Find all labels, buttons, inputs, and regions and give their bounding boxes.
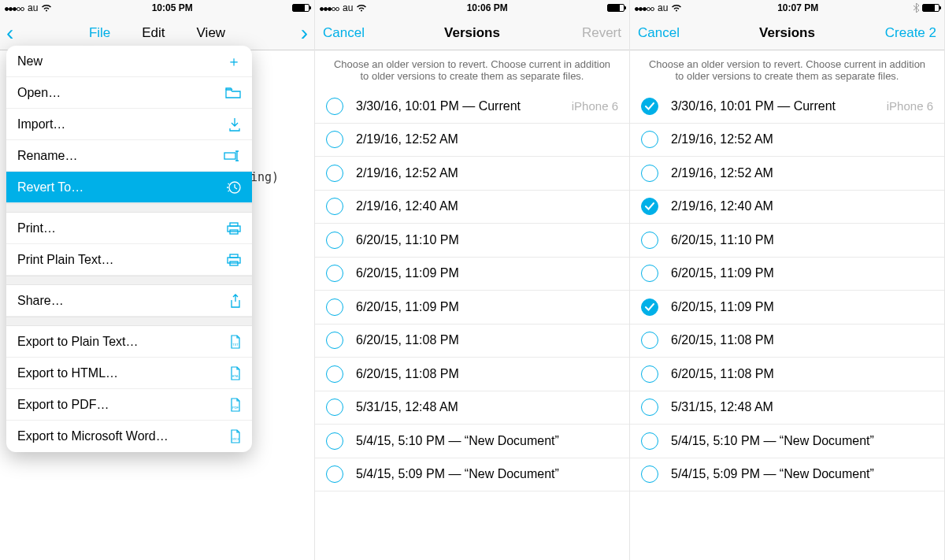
menu-item-share[interactable]: Share… xyxy=(6,285,252,317)
nav-bar: Cancel Versions Create 2 xyxy=(630,16,944,50)
tab-view[interactable]: View xyxy=(197,25,226,41)
version-label: 6/20/15, 11:08 PM xyxy=(671,367,933,381)
svg-rect-0 xyxy=(224,153,235,159)
version-row[interactable]: 3/30/16, 10:01 PM — CurrentiPhone 6 xyxy=(630,90,944,124)
menu-label: Print… xyxy=(17,221,56,235)
nav-bar: Cancel Versions Revert xyxy=(315,16,629,50)
version-row[interactable]: 3/30/16, 10:01 PM — CurrentiPhone 6 xyxy=(315,90,629,124)
instruction-text: Choose an older version to revert. Choos… xyxy=(315,50,629,90)
document-docx-icon: DOCX xyxy=(230,429,241,443)
menu-label: Revert To… xyxy=(17,180,83,195)
battery-icon xyxy=(607,4,624,12)
version-row[interactable]: 2/19/16, 12:40 AM xyxy=(315,191,629,224)
menu-item-export-html[interactable]: Export to HTML… HTML xyxy=(6,358,252,389)
radio-empty-icon xyxy=(326,365,343,383)
radio-empty-icon xyxy=(326,465,343,483)
version-row[interactable]: 6/20/15, 11:08 PM xyxy=(315,358,629,391)
screenshot-versions-selected: au 10:07 PM Cancel Versions Create 2 Cho… xyxy=(630,0,945,560)
carrier-label: au xyxy=(28,2,38,13)
version-row[interactable]: 6/20/15, 11:08 PM xyxy=(630,358,944,391)
device-label: iPhone 6 xyxy=(572,99,618,113)
version-row[interactable]: 2/19/16, 12:40 AM xyxy=(630,191,944,224)
version-row[interactable]: 5/31/15, 12:48 AM xyxy=(315,391,629,425)
version-row[interactable]: 5/4/15, 5:09 PM — “New Document” xyxy=(630,458,944,492)
radio-empty-icon xyxy=(326,299,343,316)
rename-icon xyxy=(224,150,241,161)
cancel-button[interactable]: Cancel xyxy=(323,25,386,41)
radio-checked-icon xyxy=(641,299,658,316)
svg-text:PDF: PDF xyxy=(232,406,239,410)
version-label: 3/30/16, 10:01 PM — Current xyxy=(356,99,572,113)
menu-separator xyxy=(6,276,252,285)
version-row[interactable]: 5/31/15, 12:48 AM xyxy=(630,391,944,425)
plus-icon: ＋ xyxy=(227,52,241,71)
radio-empty-icon xyxy=(641,165,658,182)
menu-separator xyxy=(6,203,252,213)
menu-item-export-pdf[interactable]: Export to PDF… PDF xyxy=(6,389,252,421)
version-row[interactable]: 6/20/15, 11:09 PM xyxy=(630,291,944,325)
version-row[interactable]: 6/20/15, 11:10 PM xyxy=(630,224,944,258)
version-label: 6/20/15, 11:09 PM xyxy=(671,300,933,314)
menu-label: Export to HTML… xyxy=(17,366,118,380)
version-row[interactable]: 2/19/16, 12:52 AM xyxy=(315,124,629,158)
version-row[interactable]: 6/20/15, 11:09 PM xyxy=(315,291,629,325)
clock: 10:05 PM xyxy=(152,2,193,13)
version-row[interactable]: 2/19/16, 12:52 AM xyxy=(630,124,944,158)
version-row[interactable]: 6/20/15, 11:09 PM xyxy=(315,258,629,291)
tab-file[interactable]: File xyxy=(89,25,110,41)
back-chevron-icon[interactable]: ‹ xyxy=(6,22,13,44)
menu-item-print-plain[interactable]: Print Plain Text… xyxy=(6,244,252,276)
editor-background-text: ing) xyxy=(250,170,279,184)
menu-item-rename[interactable]: Rename… xyxy=(6,140,252,172)
version-label: 2/19/16, 12:52 AM xyxy=(356,166,618,180)
battery-icon xyxy=(292,4,309,12)
svg-text:DOCX: DOCX xyxy=(232,438,239,441)
version-row[interactable]: 5/4/15, 5:09 PM — “New Document” xyxy=(315,458,629,492)
cancel-button[interactable]: Cancel xyxy=(638,25,701,41)
version-row[interactable]: 2/19/16, 12:52 AM xyxy=(630,157,944,191)
folder-icon xyxy=(225,87,241,98)
screenshot-versions-empty: au 10:06 PM Cancel Versions Revert Choos… xyxy=(315,0,630,560)
menu-label: Export to Plain Text… xyxy=(17,335,139,349)
version-label: 6/20/15, 11:09 PM xyxy=(356,300,618,314)
version-label: 6/20/15, 11:09 PM xyxy=(671,266,933,280)
document-pdf-icon: PDF xyxy=(230,398,241,412)
version-row[interactable]: 5/4/15, 5:10 PM — “New Document” xyxy=(315,425,629,458)
version-label: 5/31/15, 12:48 AM xyxy=(671,400,933,414)
version-label: 2/19/16, 12:52 AM xyxy=(671,166,933,180)
version-row[interactable]: 6/20/15, 11:10 PM xyxy=(315,224,629,258)
version-row[interactable]: 6/20/15, 11:08 PM xyxy=(630,325,944,358)
tab-edit[interactable]: Edit xyxy=(142,25,165,41)
menu-item-print[interactable]: Print… xyxy=(6,213,252,244)
carrier-label: au xyxy=(343,2,353,13)
radio-checked-icon xyxy=(641,198,658,215)
menu-item-export-txt[interactable]: Export to Plain Text… TXT xyxy=(6,326,252,358)
menu-label: Import… xyxy=(17,117,65,132)
radio-empty-icon xyxy=(326,131,343,148)
version-row[interactable]: 2/19/16, 12:52 AM xyxy=(315,157,629,191)
version-row[interactable]: 6/20/15, 11:08 PM xyxy=(315,325,629,358)
wifi-icon xyxy=(671,4,682,12)
version-label: 6/20/15, 11:08 PM xyxy=(356,333,618,347)
battery-icon xyxy=(922,4,939,12)
menu-item-export-word[interactable]: Export to Microsoft Word… DOCX xyxy=(6,421,252,452)
document-txt-icon: TXT xyxy=(230,335,241,349)
create-button[interactable]: Create 2 xyxy=(873,25,936,41)
clock: 10:06 PM xyxy=(467,2,508,13)
version-label: 6/20/15, 11:09 PM xyxy=(356,266,618,280)
menu-item-open[interactable]: Open… xyxy=(6,77,252,109)
version-label: 2/19/16, 12:52 AM xyxy=(356,132,618,146)
menu-item-new[interactable]: New ＋ xyxy=(6,46,252,77)
svg-text:HTML: HTML xyxy=(232,375,239,378)
menu-item-revert-to[interactable]: Revert To… xyxy=(6,172,252,203)
menu-item-import[interactable]: Import… xyxy=(6,109,252,140)
version-label: 6/20/15, 11:10 PM xyxy=(671,233,933,247)
carrier-label: au xyxy=(658,2,668,13)
radio-empty-icon xyxy=(326,399,343,416)
version-row[interactable]: 5/4/15, 5:10 PM — “New Document” xyxy=(630,425,944,458)
status-bar: au 10:05 PM xyxy=(0,0,314,16)
radio-empty-icon xyxy=(641,399,658,416)
printer-icon xyxy=(227,222,241,235)
forward-chevron-icon[interactable]: › xyxy=(301,22,308,44)
version-row[interactable]: 6/20/15, 11:09 PM xyxy=(630,258,944,291)
